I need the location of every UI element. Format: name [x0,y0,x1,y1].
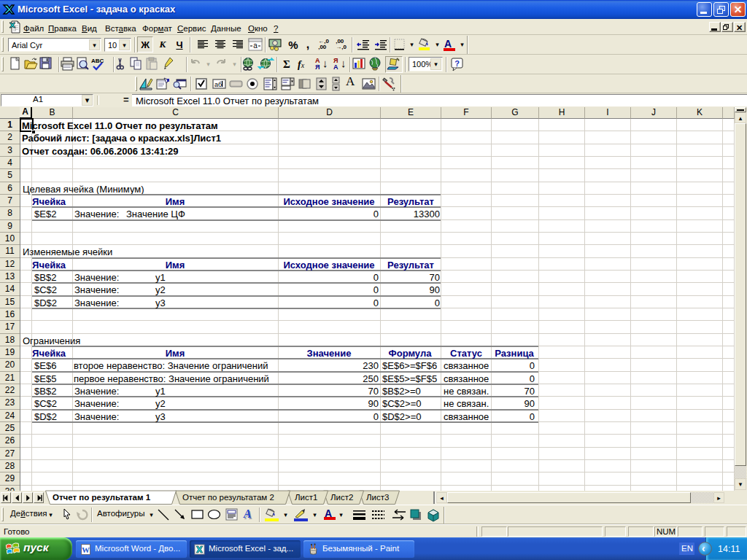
svg-text:аб: аб [214,81,222,88]
svg-text:a: a [253,42,258,50]
svg-text:W: W [82,545,90,554]
svg-text:?: ? [454,59,460,68]
